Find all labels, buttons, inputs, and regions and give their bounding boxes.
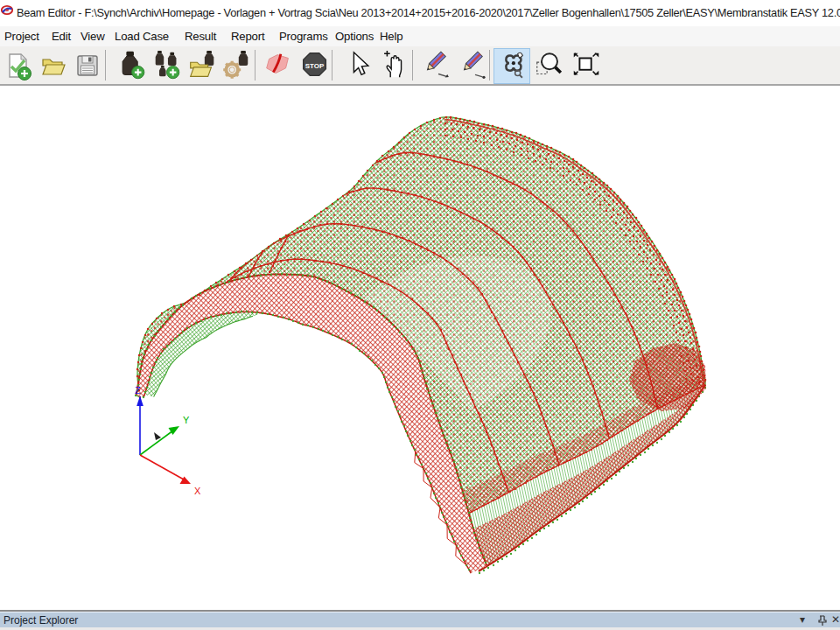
svg-text:X: X <box>194 486 201 496</box>
svg-text:Z: Z <box>135 385 141 396</box>
svg-text:Y: Y <box>183 415 190 425</box>
svg-text:STOP: STOP <box>305 62 325 70</box>
